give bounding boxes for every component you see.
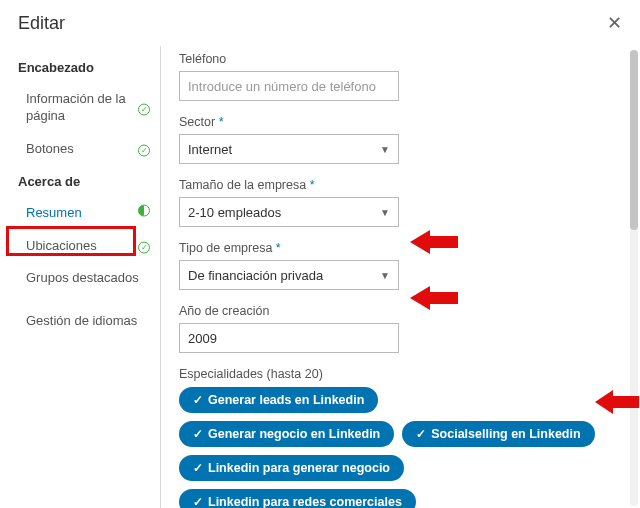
field-tipo-empresa: Tipo de empresa * De financiación privad…: [179, 241, 622, 290]
pill-label: Socialselling en Linkedin: [431, 427, 580, 441]
field-ano-creacion: Año de creación: [179, 304, 622, 353]
select-value: 2-10 empleados: [188, 205, 281, 220]
sector-select[interactable]: Internet ▼: [179, 134, 399, 164]
sidebar-item-grupos-destacados[interactable]: Grupos destacados: [0, 262, 160, 295]
sidebar-item-label: Grupos destacados: [26, 270, 139, 285]
tamano-select[interactable]: 2-10 empleados ▼: [179, 197, 399, 227]
chevron-down-icon: ▼: [380, 207, 390, 218]
pill-label: Linkedin para redes comerciales: [208, 495, 402, 508]
status-complete-icon: ✓: [138, 99, 150, 116]
check-icon: ✓: [193, 427, 203, 441]
close-icon: ✕: [607, 13, 622, 33]
check-icon: ✓: [193, 461, 203, 475]
field-label: Teléfono: [179, 52, 622, 66]
pill-label: Generar negocio en Linkedin: [208, 427, 380, 441]
sidebar-item-ubicaciones[interactable]: Ubicaciones ✓: [0, 230, 160, 263]
field-label: Tamaño de la empresa *: [179, 178, 622, 192]
dialog-title: Editar: [18, 13, 65, 34]
field-label: Especialidades (hasta 20): [179, 367, 622, 381]
select-value: Internet: [188, 142, 232, 157]
pill-label: Generar leads en Linkedin: [208, 393, 364, 407]
dialog-header: Editar ✕: [0, 0, 640, 46]
check-icon: ✓: [193, 495, 203, 508]
telefono-input[interactable]: [179, 71, 399, 101]
sidebar-item-info-pagina[interactable]: Información de la página ✓: [0, 83, 160, 133]
sidebar-item-gestion-idiomas[interactable]: Gestión de idiomas: [0, 305, 160, 338]
content-scroll-area: Teléfono Sector * Internet ▼ Tamaño de l…: [160, 46, 640, 508]
edit-dialog: Editar ✕ Encabezado Información de la pá…: [0, 0, 640, 508]
specialty-pill[interactable]: ✓Generar leads en Linkedin: [179, 387, 378, 413]
select-value: De financiación privada: [188, 268, 323, 283]
close-button[interactable]: ✕: [603, 10, 626, 36]
required-asterisk: *: [276, 241, 281, 255]
specialty-pills: ✓Generar leads en Linkedin ✓Generar nego…: [179, 387, 599, 508]
chevron-down-icon: ▼: [380, 270, 390, 281]
ano-input[interactable]: [179, 323, 399, 353]
status-complete-icon: ✓: [138, 141, 150, 158]
sidebar-item-label: Información de la página: [26, 91, 126, 123]
form-content: Teléfono Sector * Internet ▼ Tamaño de l…: [161, 46, 640, 508]
sidebar: Encabezado Información de la página ✓ Bo…: [0, 46, 160, 508]
scrollbar[interactable]: [630, 50, 638, 506]
chevron-down-icon: ▼: [380, 144, 390, 155]
field-label: Año de creación: [179, 304, 622, 318]
status-complete-icon: ✓: [138, 238, 150, 255]
field-label: Tipo de empresa *: [179, 241, 622, 255]
status-partial-icon: [138, 205, 150, 222]
sidebar-item-botones[interactable]: Botones ✓: [0, 133, 160, 166]
field-sector: Sector * Internet ▼: [179, 115, 622, 164]
check-icon: ✓: [416, 427, 426, 441]
sidebar-item-label: Ubicaciones: [26, 238, 97, 253]
tipo-select[interactable]: De financiación privada ▼: [179, 260, 399, 290]
sidebar-section-acerca-de: Acerca de: [0, 166, 160, 197]
specialty-pill[interactable]: ✓Socialselling en Linkedin: [402, 421, 594, 447]
field-especialidades: Especialidades (hasta 20) ✓Generar leads…: [179, 367, 622, 508]
specialty-pill[interactable]: ✓Generar negocio en Linkedin: [179, 421, 394, 447]
sidebar-item-label: Botones: [26, 141, 74, 156]
sidebar-item-resumen[interactable]: Resumen: [0, 197, 160, 230]
check-icon: ✓: [193, 393, 203, 407]
required-asterisk: *: [310, 178, 315, 192]
scrollbar-thumb[interactable]: [630, 50, 638, 230]
pill-label: Linkedin para generar negocio: [208, 461, 390, 475]
specialty-pill[interactable]: ✓Linkedin para generar negocio: [179, 455, 404, 481]
required-asterisk: *: [219, 115, 224, 129]
sidebar-section-encabezado: Encabezado: [0, 52, 160, 83]
specialty-pill[interactable]: ✓Linkedin para redes comerciales: [179, 489, 416, 508]
field-label: Sector *: [179, 115, 622, 129]
dialog-body: Encabezado Información de la página ✓ Bo…: [0, 46, 640, 508]
field-tamano-empresa: Tamaño de la empresa * 2-10 empleados ▼: [179, 178, 622, 227]
sidebar-item-label: Resumen: [26, 205, 82, 220]
field-telefono: Teléfono: [179, 52, 622, 101]
sidebar-item-label: Gestión de idiomas: [26, 313, 137, 328]
